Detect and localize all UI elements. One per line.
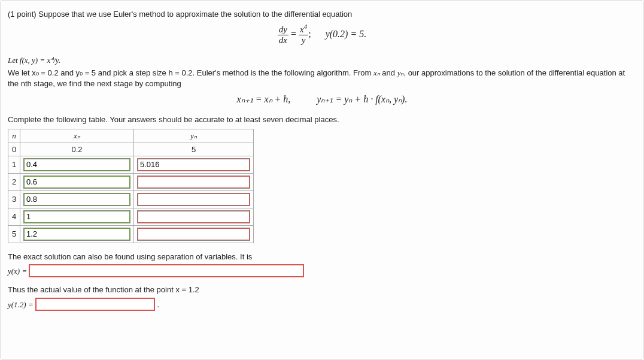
yn-symbol: yₙ bbox=[397, 68, 404, 77]
n-cell: 0 bbox=[8, 143, 20, 156]
xn-input[interactable] bbox=[23, 193, 130, 206]
setup-line: We let x₀ = 0.2 and y₀ = 5 and pick a st… bbox=[8, 68, 636, 89]
col-xn-header: xₙ bbox=[20, 129, 134, 143]
recurrence-equations: xₙ₊₁ = xₙ + h, yₙ₊₁ = yₙ + h · f(xₙ, yₙ)… bbox=[8, 93, 636, 105]
n-cell: 3 bbox=[8, 190, 20, 208]
initial-condition: y(0.2) = 5. bbox=[326, 29, 367, 39]
recur-y: yₙ₊₁ = yₙ + h · f(xₙ, yₙ). bbox=[317, 93, 407, 105]
xn-input[interactable] bbox=[23, 210, 130, 223]
trailing-period: . bbox=[157, 300, 160, 308]
yn-input[interactable] bbox=[137, 176, 250, 189]
yn-input[interactable] bbox=[137, 158, 250, 171]
table-row: 2 bbox=[8, 173, 254, 190]
exact-solution-text: The exact solution can also be found usi… bbox=[8, 252, 636, 262]
thus-line: Thus the actual value of the function at… bbox=[8, 285, 636, 295]
yn-input[interactable] bbox=[137, 193, 250, 206]
table-row: 3 bbox=[8, 190, 254, 208]
y12-input[interactable] bbox=[35, 298, 155, 311]
n-cell: 4 bbox=[8, 208, 20, 225]
semicolon: ; bbox=[308, 29, 311, 39]
and-text: and bbox=[380, 68, 397, 77]
table-row: 4 bbox=[8, 208, 254, 225]
y12-label: y(1.2) = bbox=[8, 300, 35, 308]
xn-symbol: xₙ bbox=[373, 68, 380, 77]
n-cell: 2 bbox=[8, 173, 20, 190]
intro-text: (1 point) Suppose that we use Euler's me… bbox=[8, 9, 636, 20]
xn-input[interactable] bbox=[23, 228, 130, 241]
recur-x: xₙ₊₁ = xₙ + h, bbox=[237, 93, 291, 105]
rhs-num-pow: 4 bbox=[304, 23, 308, 30]
dx-label: dx bbox=[279, 35, 287, 45]
let-f-text: Let f(x, y) = x⁴/y. bbox=[8, 56, 60, 65]
rhs-num-base: x bbox=[300, 25, 304, 34]
dy-label: dy bbox=[279, 25, 287, 34]
yn-input[interactable] bbox=[137, 228, 250, 241]
yx-input[interactable] bbox=[29, 264, 304, 277]
xn-cell: 0.2 bbox=[20, 143, 134, 156]
n-cell: 1 bbox=[8, 156, 20, 173]
table-instructions: Complete the following table. Your answe… bbox=[8, 114, 636, 125]
xn-input[interactable] bbox=[23, 176, 130, 189]
table-row: 1 bbox=[8, 156, 254, 173]
table-row: 5 bbox=[8, 225, 254, 243]
col-yn-header: yₙ bbox=[134, 129, 254, 143]
differential-equation: dy dx = x4 y ; y(0.2) = 5. bbox=[8, 25, 636, 46]
yn-cell: 5 bbox=[134, 143, 254, 156]
yn-input[interactable] bbox=[137, 210, 250, 223]
n-cell: 5 bbox=[8, 225, 20, 243]
setup-text-a: We let x₀ = 0.2 and y₀ = 5 and pick a st… bbox=[8, 68, 373, 77]
table-row: 0 0.2 5 bbox=[8, 143, 254, 156]
y12-row: y(1.2) = . bbox=[8, 298, 636, 311]
rhs-den: y bbox=[302, 35, 306, 45]
euler-table: n xₙ yₙ 0 0.2 5 1 2 3 4 bbox=[8, 129, 254, 243]
xn-input[interactable] bbox=[23, 158, 130, 171]
yx-row: y(x) = bbox=[8, 264, 636, 277]
yx-label: y(x) = bbox=[8, 267, 29, 276]
let-f-line: Let f(x, y) = x⁴/y. bbox=[8, 55, 636, 66]
col-n-header: n bbox=[8, 129, 20, 143]
problem-container: (1 point) Suppose that we use Euler's me… bbox=[0, 0, 644, 360]
